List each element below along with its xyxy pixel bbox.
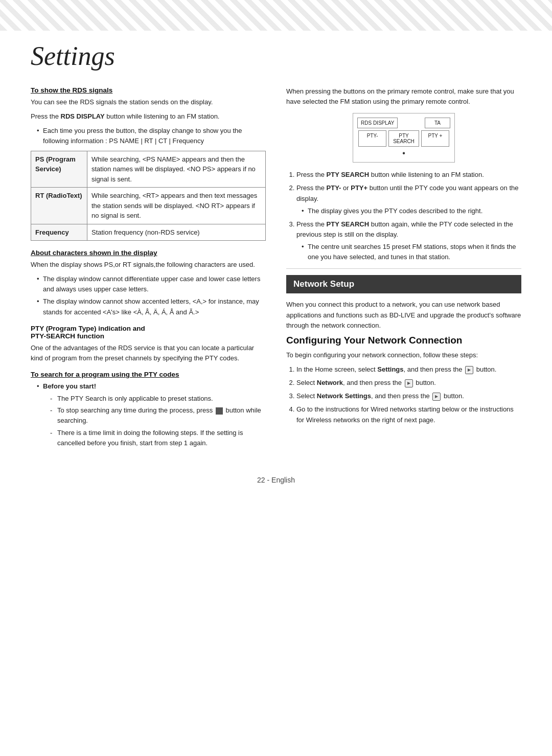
step-1: Press the PTY SEARCH button while listen… (296, 170, 521, 180)
config-step-4: Go to the instructions for Wired network… (296, 404, 521, 425)
left-column: To show the RDS signals You can see the … (31, 86, 266, 455)
step-3-sub-1: The centre unit searches 15 preset FM st… (302, 242, 521, 262)
table-row: Frequency Station frequency (non-RDS ser… (31, 224, 266, 241)
pty-plus-btn: PTY + (421, 130, 449, 147)
ta-btn: TA (425, 118, 450, 128)
rds-diagram: RDS DISPLAY TA PTY- PTY SEARCH PTY + • (353, 113, 455, 163)
enter-icon-1 (465, 366, 473, 374)
rds-para1: You can see the RDS signals the station … (31, 97, 266, 107)
config-steps-list: In the Home screen, select Settings, and… (286, 364, 521, 425)
step-3: Press the PTY SEARCH button again, while… (296, 219, 521, 263)
config-step-1: In the Home screen, select Settings, and… (296, 364, 521, 375)
rds-signals-section: To show the RDS signals You can see the … (31, 86, 266, 241)
pty-para: One of the advantages of the RDS service… (31, 343, 266, 363)
rds-bullet-item: Each time you press the button, the disp… (37, 126, 266, 146)
rds-signals-heading: To show the RDS signals (31, 86, 266, 94)
config-heading: Configuring Your Network Connection (286, 335, 521, 346)
table-row: RT (RadioText) While searching, <RT> app… (31, 188, 266, 224)
config-intro: To begin configuring your network connec… (286, 350, 521, 360)
pty-section: PTY (Program Type) indication and PTY-SE… (31, 325, 266, 363)
table-row: PS (Program Service) While searching, <P… (31, 151, 266, 188)
pty-steps-list: Press the PTY SEARCH button while listen… (286, 170, 521, 262)
config-step-2: Select Network, and then press the butto… (296, 378, 521, 388)
enter-icon-2 (405, 379, 413, 387)
table-cell-content: While searching, <RT> appears and then t… (87, 188, 266, 224)
characters-section: About characters shown in the display Wh… (31, 249, 266, 317)
before-start-list: Before you start! The PTY Search is only… (31, 381, 266, 448)
table-cell-content: Station frequency (non-RDS service) (87, 224, 266, 241)
network-intro: When you connect this product to a netwo… (286, 300, 521, 330)
dash-item-2: To stop searching any time during the pr… (50, 405, 266, 426)
table-cell-content: While searching, <PS NAME> appears and t… (87, 151, 266, 188)
before-start-item: Before you start! The PTY Search is only… (37, 381, 266, 448)
rds-display-btn: RDS DISPLAY (357, 118, 398, 128)
step-2-sub-1: The display gives you the PTY codes desc… (302, 206, 521, 216)
pty-search-section: To search for a program using the PTY co… (31, 371, 266, 448)
step-2-sub: The display gives you the PTY codes desc… (296, 206, 521, 216)
dash-list: The PTY Search is only applicable to pre… (43, 394, 266, 448)
characters-bullet-2: The display window cannot show accented … (37, 296, 266, 317)
step-3-sub: The centre unit searches 15 preset FM st… (296, 242, 521, 262)
right-column: When pressing the buttons on the primary… (286, 86, 521, 455)
pty-minus-btn: PTY- (358, 130, 386, 147)
section-divider (286, 268, 521, 269)
rds-para2: Press the RDS DISPLAY button while liste… (31, 111, 266, 122)
page-number: 22 - English (257, 476, 295, 484)
dash-item-1: The PTY Search is only applicable to pre… (50, 394, 266, 404)
network-setup-banner: Network Setup (286, 275, 521, 293)
step-2: Press the PTY- or PTY+ button until the … (296, 183, 521, 216)
rds-table: PS (Program Service) While searching, <P… (31, 151, 266, 241)
characters-bullets: The display window cannot differentiate … (31, 274, 266, 317)
characters-para: When the display shows PS,or RT signals,… (31, 260, 266, 270)
table-cell-label: PS (Program Service) (31, 151, 87, 188)
pty-heading: PTY (Program Type) indication and PTY-SE… (31, 325, 266, 340)
diagram-dot: • (357, 149, 450, 158)
stop-icon (216, 407, 223, 415)
dash-item-3: There is a time limit in doing the follo… (50, 428, 266, 448)
page-title: Settings (31, 41, 521, 71)
table-cell-label: Frequency (31, 224, 87, 241)
rds-bullet-list: Each time you press the button, the disp… (31, 126, 266, 146)
remote-note: When pressing the buttons on the primary… (286, 86, 521, 107)
pty-search-heading: To search for a program using the PTY co… (31, 371, 266, 378)
config-step-3: Select Network Settings, and then press … (296, 391, 521, 401)
diagram-top-row: RDS DISPLAY TA (357, 118, 450, 128)
enter-icon-3 (432, 393, 441, 401)
page-footer: 22 - English (31, 476, 521, 484)
pty-search-btn: PTY SEARCH (388, 130, 419, 147)
diagram-bottom-row: PTY- PTY SEARCH PTY + (357, 130, 450, 147)
characters-heading: About characters shown in the display (31, 249, 266, 257)
characters-bullet-1: The display window cannot differentiate … (37, 274, 266, 294)
table-cell-label: RT (RadioText) (31, 188, 87, 224)
